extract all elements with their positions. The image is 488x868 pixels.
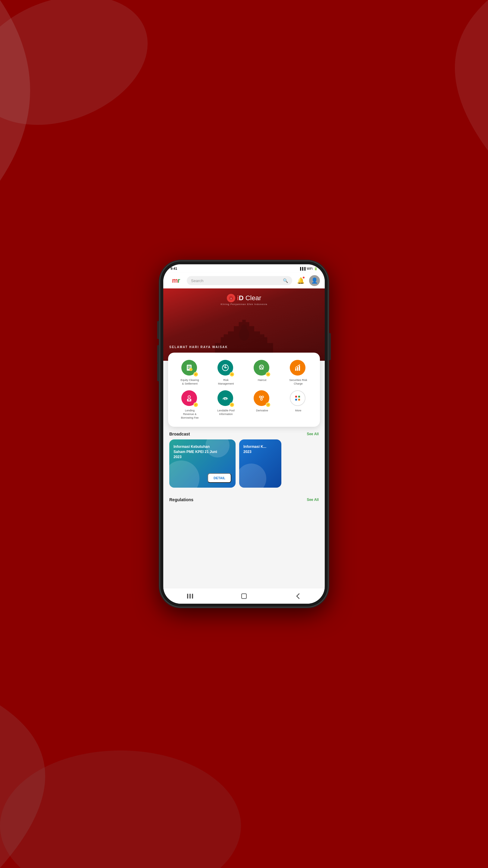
bottom-spacer — [163, 505, 325, 511]
broadcast-card-2-title: Informasi K...2023 — [243, 444, 277, 455]
broadcast-title: Broadcast — [169, 432, 190, 436]
regulations-title: Regulations — [169, 497, 193, 502]
svg-rect-46 — [298, 396, 300, 398]
derivative-label: Derivative — [256, 409, 268, 412]
derivative-star: ★ — [266, 402, 270, 407]
svg-point-1 — [0, 750, 241, 868]
hero-logo-row: i iD Clear — [227, 294, 261, 302]
lending-icon-wrapper: $ ★ — [181, 390, 198, 407]
haircut-label: Haircut — [258, 378, 267, 382]
svg-rect-7 — [242, 320, 246, 323]
broadcast-card-1-title: Informasi Kebutuhan Saham PME KPEI 21 Ju… — [173, 444, 222, 459]
logo-r: r — [178, 277, 180, 284]
svg-rect-51 — [192, 594, 193, 598]
menu-card: ✓ ★ Equity Clearing & Settlement — [168, 352, 320, 427]
lending-star: ★ — [193, 402, 198, 407]
menu-grid: ✓ ★ Equity Clearing & Settlement — [173, 360, 315, 420]
bottom-nav — [163, 588, 325, 604]
menu-item-haircut[interactable]: % ★ Haircut — [245, 360, 279, 385]
svg-text:i: i — [231, 297, 231, 300]
notification-badge — [302, 276, 305, 279]
equity-star: ★ — [193, 372, 198, 377]
search-bar[interactable]: Search 🔍 — [187, 276, 292, 285]
nav-menu-button[interactable] — [184, 590, 196, 602]
svg-point-43 — [262, 396, 263, 398]
nav-back-button[interactable] — [292, 590, 304, 602]
more-icon-circle — [290, 390, 305, 406]
hero-greeting: SELAMAT HARI RAYA WAISAK — [169, 345, 228, 349]
status-icons: ▐▐▐ WiFi 🔋 — [299, 267, 318, 270]
svg-point-44 — [261, 399, 262, 400]
dot-4[interactable] — [250, 356, 252, 358]
svg-rect-10 — [224, 334, 228, 338]
menu-item-lending-revenue[interactable]: $ ★ Lending Revenue & Borrowing Fee — [173, 390, 207, 420]
svg-rect-13 — [255, 340, 259, 343]
lendable-label: Lendable Pool Information — [216, 409, 235, 416]
search-input[interactable]: Search — [191, 278, 281, 283]
card-bg-circle-3 — [239, 464, 266, 488]
scroll-content: i iD Clear Kliring Penjaminan Efek Indon… — [163, 288, 325, 588]
notification-button[interactable]: 🔔 — [295, 275, 306, 286]
svg-rect-30 — [299, 366, 300, 371]
broadcast-see-all[interactable]: See All — [307, 432, 319, 436]
nav-home-button[interactable] — [238, 590, 250, 602]
haircut-star: ★ — [266, 372, 270, 377]
svg-point-9 — [241, 324, 247, 332]
broadcast-card-1[interactable]: Informasi Kebutuhan Saham PME KPEI 21 Ju… — [169, 439, 235, 488]
regulations-header: Regulations See All — [163, 493, 325, 505]
risk-icon-wrapper: ★ — [218, 360, 234, 377]
wifi-icon: WiFi — [307, 267, 313, 270]
profile-icon: 👤 — [311, 277, 318, 284]
equity-label: Equity Clearing & Settlement — [180, 378, 199, 385]
menu-item-equity-clearing[interactable]: ✓ ★ Equity Clearing & Settlement — [173, 360, 207, 385]
svg-point-33 — [188, 396, 190, 398]
securities-icon-wrapper — [290, 360, 307, 377]
lending-label: Lending Revenue & Borrowing Fee — [180, 409, 199, 420]
signal-icon: ▐▐▐ — [299, 267, 305, 270]
temple-silhouette — [171, 320, 317, 355]
svg-text:$: $ — [189, 399, 190, 401]
menu-item-lendable-pool[interactable]: $ ★ Lendable Pool Information — [209, 390, 243, 420]
derivative-icon-wrapper: ★ — [254, 390, 270, 407]
hero-brand-id: iD — [237, 294, 244, 302]
status-bar: 9:41 ▐▐▐ WiFi 🔋 — [163, 264, 325, 273]
haircut-icon-wrapper: % ★ — [254, 360, 270, 377]
svg-rect-12 — [230, 340, 233, 343]
hero-tagline: Kliring Penjaminan Efek Indonesia — [221, 303, 267, 306]
svg-rect-49 — [187, 594, 188, 598]
more-label: More — [295, 409, 301, 412]
hero-banner: i iD Clear Kliring Penjaminan Efek Indon… — [163, 288, 325, 361]
regulations-see-all[interactable]: See All — [307, 498, 319, 502]
search-icon[interactable]: 🔍 — [283, 278, 288, 283]
detail-button-1[interactable]: DETAIL — [207, 473, 231, 483]
svg-rect-11 — [260, 334, 264, 338]
equity-icon-wrapper: ✓ ★ — [181, 360, 198, 377]
svg-text:✓: ✓ — [190, 369, 192, 371]
svg-rect-29 — [297, 367, 298, 371]
broadcast-card-2[interactable]: Informasi K...2023 — [239, 439, 281, 488]
menu-item-more[interactable]: More — [281, 390, 315, 420]
card-bg-circle-1 — [169, 461, 199, 488]
phone-screen: 9:41 ▐▐▐ WiFi 🔋 mr Search 🔍 🔔 👤 — [163, 264, 325, 604]
dot-2[interactable] — [243, 356, 245, 358]
nav-bar: mr Search 🔍 🔔 👤 — [163, 273, 325, 288]
svg-rect-47 — [295, 399, 297, 401]
lendable-icon-wrapper: $ ★ — [218, 390, 234, 407]
hero-dots — [236, 356, 252, 358]
risk-label: Risk Management — [216, 378, 235, 385]
profile-button[interactable]: 👤 — [309, 275, 320, 286]
svg-point-42 — [260, 396, 261, 398]
svg-text:$: $ — [225, 398, 226, 400]
app-logo[interactable]: mr — [168, 276, 184, 285]
dot-3[interactable] — [247, 356, 249, 358]
hero-brand-clear: Clear — [246, 294, 261, 302]
phone-shell: 9:41 ▐▐▐ WiFi 🔋 mr Search 🔍 🔔 👤 — [160, 261, 328, 607]
svg-rect-48 — [298, 399, 300, 401]
dot-1[interactable] — [236, 356, 241, 358]
status-time: 9:41 — [170, 267, 177, 270]
menu-item-securities-risk[interactable]: Securities Risk Charge — [281, 360, 315, 385]
menu-item-risk-management[interactable]: ★ Risk Management — [209, 360, 243, 385]
svg-point-25 — [225, 367, 226, 368]
idclear-icon: i — [227, 294, 235, 302]
menu-item-derivative[interactable]: ★ Derivative — [245, 390, 279, 420]
